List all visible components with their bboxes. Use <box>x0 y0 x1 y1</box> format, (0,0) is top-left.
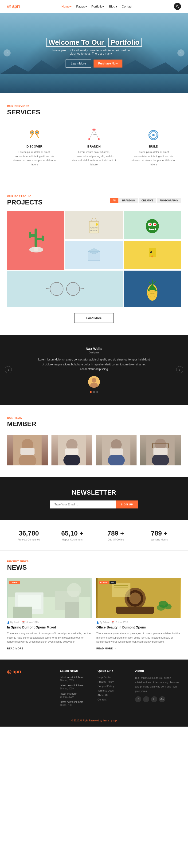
newsletter-form: SIGN UP <box>7 500 181 508</box>
filter-creative[interactable]: CREATIVE <box>139 198 156 203</box>
projects-grid: PLASTIC LEMON <box>7 211 181 307</box>
footer-link-terms[interactable]: Terms & Uses <box>98 689 128 692</box>
news-2-title: Office Beauty In Dumont Opens <box>96 625 181 630</box>
team-member-3 <box>96 435 137 465</box>
project-item-7[interactable] <box>124 271 181 307</box>
news-1-tags: BRAND <box>9 581 20 584</box>
newsletter-signup-button[interactable]: SIGN UP <box>116 500 138 508</box>
nav-pages[interactable]: Pages <box>76 5 87 8</box>
projects-title: PROJECTS <box>7 198 42 206</box>
testimonial-prev-arrow[interactable]: ‹ <box>5 366 12 373</box>
news-coffee-image <box>96 578 181 618</box>
social-google-plus[interactable]: G+ <box>159 696 165 702</box>
footer-about-title: About <box>135 669 181 673</box>
social-linkedin[interactable]: in <box>151 696 157 702</box>
news-card-2: ADMIN NFI By Admin 18 Nov 2020 Office Be… <box>96 578 181 650</box>
search-button[interactable] <box>174 3 181 10</box>
news-1-read-more[interactable]: READ MORE <box>7 647 27 650</box>
branding-title: BRANDN <box>71 145 117 148</box>
footer-link-privacy[interactable]: Privacy Policy <box>98 680 128 683</box>
footer-link-about[interactable]: About Us <box>98 694 128 696</box>
services-title: SERVICES <box>7 108 181 116</box>
footer-link-help[interactable]: Help Center <box>98 676 128 679</box>
team-grid <box>7 435 181 465</box>
news-2-read-more[interactable]: READ MORE <box>96 647 116 650</box>
footer-news-item-2: latest news link here 18 mar, 2019 <box>60 684 90 690</box>
projects-section: OUR PORTFOLIO PROJECTS All BRANDING CREA… <box>0 183 188 335</box>
news-label: RECENT NEWS <box>7 560 181 563</box>
team-photo-3 <box>96 435 137 465</box>
team-member-1 <box>7 435 48 465</box>
footer-news-4-title: latest news link here <box>60 701 90 703</box>
hero-prev-arrow[interactable]: ‹ <box>3 50 10 57</box>
testimonial-next-arrow[interactable]: › <box>176 366 183 373</box>
stat-projects-label: Projects Completed <box>7 538 50 541</box>
footer-link-support[interactable]: Support Policy <box>98 685 128 687</box>
team-title: MEMBER <box>7 420 181 428</box>
dot-3[interactable] <box>96 391 98 393</box>
filter-all[interactable]: All <box>110 198 118 203</box>
filter-photography[interactable]: PHOTOGRAPHY <box>157 198 181 203</box>
logo[interactable]: @ apri <box>7 4 20 9</box>
nav-home[interactable]: Home <box>62 5 71 8</box>
footer-link-contact[interactable]: Contact <box>98 698 128 701</box>
news-title: NEWS <box>7 564 181 571</box>
footer-latest-news-title: Latest News <box>60 669 90 673</box>
footer-news-3-title: latest link here <box>60 692 90 695</box>
project-item-5[interactable]: A <box>124 241 181 270</box>
hero-title-highlight: Portfolio <box>108 38 142 46</box>
hero-next-arrow[interactable]: › <box>178 50 185 57</box>
team-photo-1 <box>7 435 48 465</box>
svg-rect-57 <box>21 448 35 455</box>
footer-logo: @ apri <box>7 669 53 674</box>
svg-point-9 <box>98 138 100 140</box>
svg-point-53 <box>90 382 98 388</box>
project-item-1[interactable] <box>7 211 64 270</box>
svg-rect-69 <box>153 448 167 455</box>
nav-links: Home Pages Portfolio Blog Contact <box>62 5 132 8</box>
stat-customers-number: 65,10 + <box>50 530 94 537</box>
team-section: OUR TEAM MEMBER <box>0 405 188 477</box>
project-item-3[interactable] <box>124 211 181 240</box>
footer-news-1-title: latest latest link here <box>60 676 90 679</box>
svg-rect-32 <box>149 228 150 230</box>
social-facebook[interactable]: f <box>135 696 141 702</box>
news-room-image <box>7 578 92 618</box>
stat-projects: 36,780 Projects Completed <box>7 530 50 541</box>
svg-rect-77 <box>65 602 79 618</box>
discover-desc: Lorem ipsum dolor sit amet, consectetur … <box>12 150 57 166</box>
filter-branding[interactable]: BRANDING <box>119 198 138 203</box>
dot-1[interactable] <box>90 391 92 393</box>
svg-rect-65 <box>110 448 123 455</box>
load-more-button[interactable]: Load More <box>74 313 114 323</box>
discover-icon <box>26 128 43 142</box>
purchase-now-button[interactable]: Purchase Now <box>93 60 122 67</box>
nav-blog[interactable]: Blog <box>109 5 117 8</box>
nav-portfolio[interactable]: Portfolio <box>91 5 104 8</box>
project-item-6[interactable] <box>7 271 123 307</box>
stat-customers: 65,10 + Happy Customers <box>50 530 94 541</box>
svg-line-47 <box>80 288 84 289</box>
stat-hours-label: Working Hours <box>138 538 181 541</box>
learn-more-button[interactable]: Learn More <box>66 60 91 67</box>
svg-point-15 <box>152 134 155 136</box>
svg-rect-61 <box>65 448 78 455</box>
svg-rect-34 <box>153 229 154 230</box>
footer-logo-icon: @ <box>7 669 12 674</box>
project-item-4[interactable] <box>65 241 123 270</box>
team-photo-4 <box>140 435 181 465</box>
svg-point-90 <box>157 605 165 611</box>
svg-rect-5 <box>36 131 38 133</box>
footer-quick-links-col: Quick Link Help Center Privacy Policy Su… <box>98 669 128 709</box>
stat-hours-number: 789 + <box>138 530 181 537</box>
services-section: OUR SERVICES SERVICES DISCOVER Lorem ips… <box>0 93 188 183</box>
nav-contact[interactable]: Contact <box>122 5 132 8</box>
box-image <box>85 247 103 263</box>
dot-2[interactable] <box>93 391 95 393</box>
search-icon <box>176 5 179 8</box>
newsletter-email-input[interactable] <box>50 500 116 508</box>
social-twitter[interactable]: t <box>143 696 149 702</box>
footer-news-item-4: latest news link here 18 jan, 208 <box>60 701 90 706</box>
project-item-2[interactable]: PLASTIC LEMON <box>65 211 123 240</box>
logo-text: apri <box>12 4 20 9</box>
